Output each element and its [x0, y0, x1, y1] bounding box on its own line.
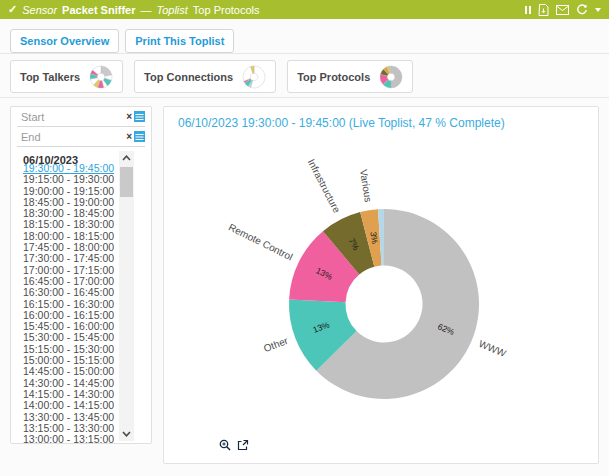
pie-icon-top-connections	[242, 65, 266, 89]
time-range-item[interactable]: 17:30:00 - 17:45:00	[23, 253, 123, 264]
sensor-overview-button[interactable]: Sensor Overview	[10, 29, 119, 53]
scroll-up-icon[interactable]	[119, 151, 134, 165]
donut-chart: WWW62%Other13%Remote Control13%Infrastru…	[164, 107, 600, 465]
status-ok-icon: ✓	[8, 3, 17, 16]
sensor-name[interactable]: Packet Sniffer	[62, 4, 135, 16]
calendar-icon[interactable]	[134, 111, 145, 122]
email-icon[interactable]	[556, 5, 569, 15]
tab-top-connections[interactable]: Top Connections	[134, 60, 276, 93]
end-input[interactable]	[17, 131, 124, 143]
slice-label: Various	[358, 169, 374, 203]
pie-icon-top-talkers	[89, 65, 113, 89]
slice-label: Remote Control	[227, 221, 295, 262]
clear-end-icon[interactable]: ×	[124, 132, 134, 142]
toplist-tabs: Top Talkers Top Connections Top Protocol…	[10, 60, 413, 93]
open-external-icon[interactable]	[237, 439, 249, 451]
sensor-header-bar: ✓ Sensor Packet Sniffer — Toplist Top Pr…	[0, 0, 609, 19]
time-range-item[interactable]: 16:30:00 - 16:45:00	[23, 287, 123, 298]
slice-label: WWW	[477, 338, 508, 359]
view-kind-label: Toplist	[156, 4, 187, 16]
sensor-kind-label: Sensor	[22, 4, 57, 16]
print-toplist-button[interactable]: Print This Toplist	[125, 29, 234, 53]
report-icon[interactable]	[538, 4, 549, 16]
time-range-item[interactable]: 13:00:00 - 13:15:00	[23, 434, 123, 445]
end-input-row: ×	[17, 127, 145, 147]
scroll-down-icon[interactable]	[119, 427, 134, 441]
calendar-icon[interactable]	[134, 131, 145, 142]
header-separator: —	[140, 4, 151, 16]
tab-label: Top Protocols	[297, 71, 370, 83]
time-list: 19:30:00 - 19:45:0019:15:00 - 19:30:0019…	[23, 163, 123, 445]
scrollbar-thumb[interactable]	[120, 167, 133, 197]
start-input-row: ×	[17, 107, 145, 127]
zoom-in-icon[interactable]	[219, 439, 231, 451]
caret-down-icon[interactable]	[595, 8, 601, 12]
time-range-item[interactable]: 19:15:00 - 19:30:00	[23, 174, 123, 185]
divider-tabs	[0, 97, 609, 98]
slice-percentage: 3%	[368, 231, 380, 245]
pie-icon-top-protocols	[379, 65, 403, 89]
divider-top	[0, 53, 609, 54]
toolbar: Sensor Overview Print This Toplist	[10, 29, 234, 53]
toplist-chart-panel: WWW62%Other13%Remote Control13%Infrastru…	[163, 106, 599, 464]
clear-start-icon[interactable]: ×	[124, 112, 134, 122]
tab-label: Top Talkers	[20, 71, 80, 83]
mini-pie-slice	[391, 66, 402, 88]
time-range-sidebar: × × 06/10/2023 19:30:00 - 19:45:0019:15:…	[10, 106, 152, 444]
slice-label: Other	[262, 335, 290, 354]
time-range-item[interactable]: 14:00:00 - 14:15:00	[23, 400, 123, 411]
time-range-item[interactable]: 14:45:00 - 15:00:00	[23, 366, 123, 377]
start-input[interactable]	[17, 111, 124, 123]
refresh-icon[interactable]	[576, 4, 588, 16]
tab-top-talkers[interactable]: Top Talkers	[10, 60, 123, 93]
pause-icon[interactable]	[525, 6, 531, 14]
slice-label: Infrastructure	[306, 157, 343, 215]
mini-pie-slice	[101, 66, 112, 76]
view-name: Top Protocols	[193, 4, 260, 16]
chart-title: 06/10/2023 19:30:00 - 19:45:00 (Live Top…	[178, 116, 505, 130]
tab-top-protocols[interactable]: Top Protocols	[287, 60, 413, 93]
scrollbar[interactable]	[119, 151, 134, 441]
chart-actions	[219, 439, 249, 451]
tab-label: Top Connections	[144, 71, 233, 83]
